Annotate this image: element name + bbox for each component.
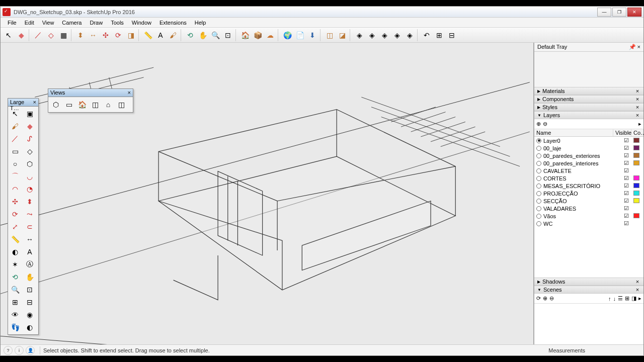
layer-visible-checkbox[interactable]: ☑	[619, 205, 633, 212]
delete-layer-icon[interactable]: ⊖	[543, 121, 547, 127]
component-icon[interactable]: ⊞	[433, 29, 445, 41]
layer-radio[interactable]	[536, 146, 541, 151]
position-camera-icon[interactable]: 👁	[9, 309, 21, 321]
outliner-icon[interactable]: ⊟	[446, 29, 458, 41]
layer-row[interactable]: WC☑	[534, 220, 643, 227]
orbit-icon[interactable]: ⟲	[184, 29, 196, 41]
layer-row[interactable]: 00_laje☑	[534, 144, 643, 152]
menu-draw[interactable]: Draw	[86, 19, 107, 27]
minimize-button[interactable]: —	[597, 8, 611, 17]
tape2-icon[interactable]: 📏	[9, 233, 21, 245]
freehand-icon[interactable]: ᔑ	[24, 133, 36, 145]
pan2-icon[interactable]: ✋	[24, 271, 36, 283]
circle-icon[interactable]: ○	[9, 158, 21, 170]
layers-panel-header[interactable]: ▼ Layers ×	[534, 111, 643, 119]
front-view-icon[interactable]: 🏠	[76, 99, 88, 111]
look-around-icon[interactable]: ◉	[24, 309, 36, 321]
orbit2-icon[interactable]: ⟲	[9, 271, 21, 283]
maximize-button[interactable]: ❐	[612, 8, 626, 17]
pie-icon[interactable]: ◔	[24, 183, 36, 195]
scene-del-icon[interactable]: ⊖	[549, 295, 554, 302]
layer-row[interactable]: 00_paredes_interiores☑	[534, 159, 643, 167]
layer-visible-checkbox[interactable]: ☑	[619, 145, 633, 151]
arc-icon[interactable]: ⌒	[9, 170, 21, 183]
scene-up-icon[interactable]: ↑	[608, 296, 611, 302]
walk-icon[interactable]: 👣	[9, 321, 21, 333]
large-toolset-panel[interactable]: Large T… × ↖ ▣ 🖌 ◆ ／ ᔑ ▭ ◇ ○ ⬡ ⌒ ◡ ◠ ◔ ✣…	[8, 98, 39, 335]
layer-name[interactable]: MESAS_ESCRITÓRIO	[543, 183, 619, 189]
text2-icon[interactable]: A	[24, 246, 36, 258]
scene-grid-icon[interactable]: ⊞	[625, 295, 629, 302]
scene-detail-icon[interactable]: ◨	[631, 295, 636, 302]
style3-icon[interactable]: ◈	[378, 29, 390, 41]
layer-visible-checkbox[interactable]: ☑	[619, 183, 633, 189]
photo-icon[interactable]: 📄	[294, 29, 306, 41]
previous-view-icon[interactable]: ⊟	[24, 296, 36, 308]
layer-name[interactable]: SECÇÃO	[543, 198, 619, 204]
style5-icon[interactable]: ◈	[404, 29, 416, 41]
layer-name[interactable]: CAVALETE	[543, 168, 619, 174]
style4-icon[interactable]: ◈	[391, 29, 403, 41]
panel-x-icon[interactable]: ×	[634, 104, 640, 110]
layer-name[interactable]: 00_paredes_interiores	[543, 160, 619, 166]
zoom-extents-icon[interactable]: ⊡	[222, 29, 234, 41]
style2-icon[interactable]: ◈	[366, 29, 378, 41]
layer-radio[interactable]	[536, 168, 541, 173]
scene-add-icon[interactable]: ⊕	[543, 295, 547, 302]
offset-icon[interactable]: ◨	[125, 29, 137, 41]
panel-x-icon[interactable]: ×	[634, 112, 640, 118]
panel-x-icon[interactable]: ×	[634, 279, 640, 285]
layer-row[interactable]: CAVALETE☑	[534, 167, 643, 174]
import-icon[interactable]: ⬇	[306, 29, 318, 41]
layer-name[interactable]: VALADARES	[543, 206, 619, 212]
zoom2-icon[interactable]: 🔍	[9, 284, 21, 296]
layer-radio[interactable]	[536, 191, 541, 196]
pan-icon[interactable]: ✋	[197, 29, 209, 41]
eraser2-icon[interactable]: ◆	[24, 120, 36, 132]
add-layer-icon[interactable]: ⊕	[536, 121, 541, 127]
scenes-panel-header[interactable]: ▼ Scenes ×	[534, 286, 643, 294]
tray-pin-icon[interactable]: 📌 ×	[629, 44, 640, 50]
geo-icon[interactable]: 👤	[26, 346, 35, 355]
extension-wh-icon[interactable]: 📦	[252, 29, 264, 41]
info-icon[interactable]: i	[15, 346, 24, 355]
menu-extensions[interactable]: Extensions	[155, 19, 191, 27]
rectangle-tool-icon[interactable]: ◇	[45, 29, 57, 41]
layer-color-swatch[interactable]	[633, 213, 641, 219]
layer-row[interactable]: SECÇÃO☑	[534, 197, 643, 205]
views-panel[interactable]: Views × ⬡ ▭ 🏠 ◫ ⌂ ◫	[48, 88, 133, 113]
layer-name[interactable]: CORTES	[543, 175, 619, 182]
scale2-icon[interactable]: ⤢	[9, 221, 21, 233]
pushpull2-icon[interactable]: ⬍	[24, 196, 36, 208]
layer-color-swatch[interactable]	[633, 160, 641, 166]
layer-name[interactable]: 00_paredes_exteriores	[543, 153, 619, 159]
layer-visible-checkbox[interactable]: ☑	[619, 190, 633, 197]
layer-color-swatch[interactable]	[633, 175, 641, 182]
section-icon[interactable]: ◫	[324, 29, 336, 41]
layer-radio[interactable]	[536, 206, 541, 211]
components-panel-header[interactable]: ▶ Components ×	[534, 95, 643, 103]
layer-radio[interactable]	[536, 214, 541, 219]
panel-x-icon[interactable]: ×	[634, 287, 640, 293]
scene-list-icon[interactable]: ☰	[618, 295, 623, 302]
menu-window[interactable]: Window	[128, 19, 155, 27]
protractor-icon[interactable]: ◐	[9, 246, 21, 258]
3dtext-icon[interactable]: Ⓐ	[24, 258, 36, 270]
close-button[interactable]: ✕	[627, 8, 641, 17]
layer-visible-checkbox[interactable]: ☑	[619, 167, 633, 174]
arc2-icon[interactable]: ◡	[24, 170, 36, 183]
layer-visible-checkbox[interactable]: ☑	[619, 198, 633, 204]
layer-radio[interactable]	[536, 199, 541, 204]
layer-color-swatch[interactable]	[633, 138, 641, 144]
iso-view-icon[interactable]: ⬡	[50, 99, 62, 111]
geo-location-icon[interactable]: 🌍	[281, 29, 293, 41]
layer-visible-checkbox[interactable]: ☑	[619, 213, 633, 219]
layer-row[interactable]: PROJECÇÃO☑	[534, 190, 643, 197]
layer-row[interactable]: CORTES☑	[534, 174, 643, 182]
move2-icon[interactable]: ✣	[9, 196, 21, 208]
col-color[interactable]: Co…	[631, 129, 643, 136]
panel-x-icon[interactable]: ×	[634, 88, 640, 94]
layer-color-swatch[interactable]	[633, 145, 641, 151]
make-comp-icon[interactable]: ▣	[24, 108, 36, 120]
layer-radio[interactable]	[536, 176, 541, 181]
